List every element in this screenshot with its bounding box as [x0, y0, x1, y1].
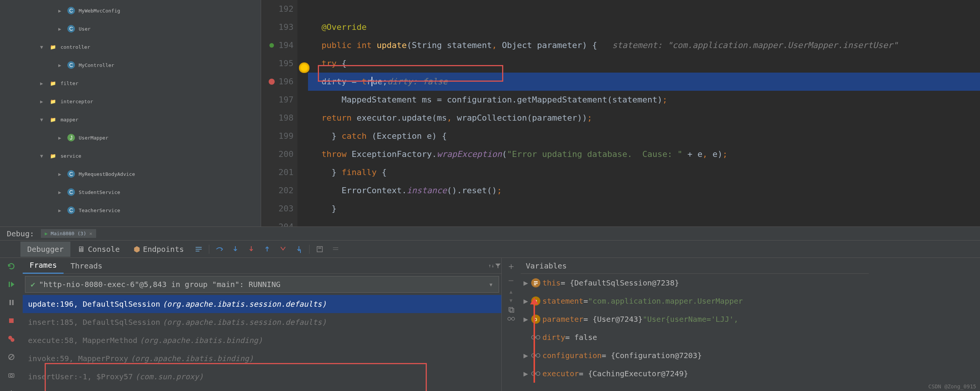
- variable-row[interactable]: ▶pparameter = {User@7243} "User{userName…: [521, 310, 869, 328]
- stack-frame[interactable]: update:196, DefaultSqlSession (org.apach…: [23, 295, 501, 313]
- variable-row[interactable]: ▶executor = {CachingExecutor@7249}: [521, 364, 869, 383]
- frames-tab[interactable]: Frames: [23, 257, 64, 274]
- step-out-icon[interactable]: [261, 243, 273, 255]
- frame-package: (org.apache.ibatis.binding): [140, 336, 262, 345]
- close-icon[interactable]: ×: [89, 230, 92, 236]
- debug-session-tab[interactable]: ▶ Main8080 (3) ×: [41, 229, 96, 238]
- tree-item[interactable]: ▼📁service: [0, 147, 261, 165]
- thread-dump-icon[interactable]: [193, 243, 204, 255]
- debug-side-toolbar: [0, 258, 23, 391]
- run-to-cursor-icon[interactable]: [293, 243, 305, 255]
- svg-rect-42: [534, 285, 536, 285]
- chevron-icon[interactable]: ▶: [524, 296, 531, 305]
- mute-breakpoints-icon[interactable]: [6, 352, 17, 362]
- chevron-icon[interactable]: ▼: [36, 117, 47, 122]
- chevron-icon[interactable]: ▶: [36, 99, 47, 104]
- project-tree[interactable]: ▶CMyWebMvcConfig▶CUser▼📁controller▶CMyCo…: [0, 0, 261, 227]
- tree-item[interactable]: ▶CStudentService: [0, 183, 261, 201]
- step-over-icon[interactable]: [214, 243, 225, 255]
- chevron-icon[interactable]: ▶: [524, 315, 531, 324]
- filter-icon[interactable]: [495, 262, 501, 269]
- tree-item[interactable]: ▼📁mapper: [0, 110, 261, 129]
- code-editor[interactable]: 192 193 194 195 196 197 198 199 200 201 …: [261, 0, 980, 227]
- prev-frame-icon[interactable]: ↑: [488, 263, 492, 269]
- remove-watch-icon[interactable]: −: [508, 275, 514, 286]
- stack-frame[interactable]: insertUser:-1, $Proxy57 (com.sun.proxy): [23, 367, 501, 386]
- stop-icon[interactable]: [6, 315, 17, 326]
- tab-endpoints[interactable]: ⬢Endpoints: [127, 242, 191, 257]
- chevron-icon[interactable]: ▶: [36, 81, 47, 86]
- rerun-icon[interactable]: [6, 261, 17, 272]
- svg-rect-22: [333, 247, 338, 248]
- chevron-icon[interactable]: ▶: [54, 171, 65, 177]
- view-breakpoints-icon[interactable]: [6, 334, 17, 344]
- stack-frame[interactable]: hello:45, MyController (com.application.…: [23, 386, 501, 391]
- svg-text:C: C: [69, 8, 73, 14]
- svg-point-44: [536, 335, 540, 339]
- svg-rect-17: [196, 249, 202, 250]
- trace-icon[interactable]: [330, 243, 341, 255]
- tree-item[interactable]: ▼📁controller: [0, 38, 261, 56]
- code-body[interactable]: @Override public int update(String state…: [308, 0, 980, 227]
- step-into-icon[interactable]: [230, 243, 241, 255]
- folder-icon: 📁: [47, 117, 59, 122]
- intention-bulb-icon[interactable]: [299, 62, 310, 73]
- force-step-into-icon[interactable]: [245, 243, 257, 255]
- variable-row[interactable]: ▶configuration = {Configuration@7203}: [521, 346, 869, 364]
- camera-icon[interactable]: [6, 370, 17, 380]
- stack-frame[interactable]: insert:185, DefaultSqlSession (org.apach…: [23, 313, 501, 331]
- tree-item[interactable]: ▶📁filter: [0, 74, 261, 92]
- chevron-icon[interactable]: ▶: [524, 278, 531, 288]
- thread-selector[interactable]: ✔ "http-nio-8080-exec-6"@5,843 in group …: [25, 276, 499, 293]
- tab-console[interactable]: 🖥Console: [70, 242, 126, 257]
- drop-frame-icon[interactable]: [277, 243, 289, 255]
- stack-frame[interactable]: execute:58, MapperMethod (org.apache.iba…: [23, 331, 501, 350]
- chevron-icon[interactable]: ▶: [54, 26, 65, 32]
- variables-panel: Variables ▶this = {DefaultSqlSession@723…: [521, 258, 869, 391]
- chevron-icon[interactable]: ▶: [524, 369, 531, 378]
- breakpoint-icon[interactable]: [265, 78, 278, 85]
- pause-icon[interactable]: [6, 297, 17, 308]
- svg-point-49: [531, 372, 535, 375]
- chevron-icon[interactable]: ▼: [36, 44, 47, 50]
- tree-item[interactable]: ▶JUserMapper: [0, 129, 261, 147]
- tree-item[interactable]: ▶CUser: [0, 20, 261, 38]
- chevron-icon[interactable]: ▶: [54, 62, 65, 68]
- stack-frames-list[interactable]: update:196, DefaultSqlSession (org.apach…: [23, 295, 501, 391]
- variable-row[interactable]: dirty = false: [521, 328, 869, 346]
- chevron-icon[interactable]: ▶: [54, 8, 65, 14]
- stack-frame[interactable]: invoke:59, MapperProxy (org.apache.ibati…: [23, 350, 501, 367]
- glasses-icon[interactable]: [508, 316, 515, 321]
- watch-up-icon[interactable]: ▲: [510, 289, 513, 294]
- chevron-icon[interactable]: ▶: [54, 208, 65, 213]
- frame-package: (com.sun.proxy): [135, 372, 204, 381]
- tree-item[interactable]: ▶CMyRequestBodyAdvice: [0, 165, 261, 183]
- debugger-toolbar: Debugger 🖥Console ⬢Endpoints: [0, 240, 980, 258]
- tab-debugger[interactable]: Debugger: [21, 242, 70, 257]
- variable-value: = {Configuration@7203}: [601, 351, 702, 360]
- variable-row[interactable]: ▶pstatement = "com.application.mapper.Us…: [521, 292, 869, 310]
- add-watch-icon[interactable]: ＋: [507, 260, 516, 272]
- chevron-icon[interactable]: ▶: [54, 189, 65, 195]
- chevron-icon[interactable]: ▶: [524, 351, 531, 360]
- svg-point-37: [508, 317, 511, 320]
- tree-item[interactable]: ▶📁interceptor: [0, 92, 261, 110]
- variables-list[interactable]: ▶this = {DefaultSqlSession@7238}▶pstatem…: [521, 274, 869, 391]
- chevron-icon[interactable]: ▼: [36, 153, 47, 159]
- variable-row[interactable]: ▶this = {DefaultSqlSession@7238}: [521, 274, 869, 292]
- duplicate-watch-icon[interactable]: [508, 306, 515, 313]
- tree-item[interactable]: ▶CMyController: [0, 56, 261, 74]
- svg-point-33: [10, 374, 13, 377]
- thread-name: "http-nio-8080-exec-6"@5,843 in group "m…: [39, 280, 280, 289]
- watch-down-icon[interactable]: ▼: [510, 297, 513, 303]
- tree-item[interactable]: ▶CTeacherService: [0, 201, 261, 219]
- evaluate-icon[interactable]: [314, 243, 325, 255]
- resume-icon[interactable]: [6, 279, 17, 290]
- settings-icon[interactable]: [6, 388, 17, 391]
- tree-item[interactable]: ▶CMyWebMvcConfig: [0, 2, 261, 20]
- svg-text:C: C: [69, 26, 73, 32]
- next-frame-icon[interactable]: ↓: [492, 263, 495, 269]
- threads-tab[interactable]: Threads: [64, 258, 109, 273]
- chevron-icon[interactable]: ▶: [54, 135, 65, 141]
- variable-string: "User{userName='LJJ',: [643, 315, 738, 324]
